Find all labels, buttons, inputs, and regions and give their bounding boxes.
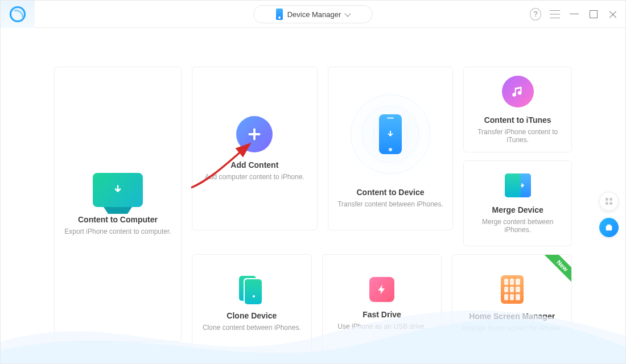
maximize-icon: [590, 10, 598, 18]
card-layout: Content to Computer Export iPhone conten…: [54, 67, 572, 342]
title-bar: Device Manager ?: [1, 1, 625, 28]
monitor-download-icon: [93, 173, 143, 207]
card-home-screen-manager[interactable]: New Home Screen Manager Arrange home scr…: [452, 254, 572, 353]
app-window: Device Manager ? Content to Com: [0, 0, 626, 364]
main-area: Content to Computer Export iPhone conten…: [1, 28, 625, 364]
help-button[interactable]: ?: [530, 9, 541, 20]
right-column: Add Content Add computer content to iPho…: [192, 67, 572, 342]
svg-rect-1: [606, 198, 608, 201]
radar-phone-icon: [345, 89, 436, 180]
svg-rect-2: [609, 198, 612, 201]
stack-itunes-merge: Content to iTunes Transfer iPhone conten…: [463, 67, 572, 246]
close-icon: [608, 10, 617, 19]
svg-rect-4: [609, 202, 612, 205]
toolbox-icon: [604, 223, 613, 232]
card-desc: Use iPhone as an USB drive.: [337, 322, 426, 330]
card-desc: Transfer iPhone content to iTunes.: [472, 128, 563, 144]
plus-circle-icon: [236, 116, 273, 152]
merge-device-icon: [505, 173, 531, 197]
card-merge-device[interactable]: Merge Device Merge content between iPhon…: [463, 160, 572, 246]
svg-rect-3: [606, 202, 608, 205]
itunes-icon: [502, 76, 534, 107]
card-desc: Clone content between iPhones.: [203, 324, 301, 332]
app-logo: [1, 1, 35, 28]
device-dropdown-label: Device Manager: [287, 10, 341, 19]
minimize-button[interactable]: [569, 9, 580, 20]
close-button[interactable]: [607, 9, 619, 20]
card-clone-device[interactable]: Clone Device Clone content between iPhon…: [192, 254, 312, 353]
row-top: Add Content Add computer content to iPho…: [192, 67, 572, 246]
card-desc: Merge content between iPhones.: [472, 218, 563, 234]
fast-drive-icon: [369, 277, 394, 302]
card-add-content[interactable]: Add Content Add computer content to iPho…: [192, 67, 318, 230]
fab-grid-view[interactable]: [599, 192, 619, 211]
device-manager-dropdown[interactable]: Device Manager: [253, 5, 373, 23]
card-content-to-itunes[interactable]: Content to iTunes Transfer iPhone conten…: [463, 67, 572, 152]
card-title: Content to Device: [357, 188, 425, 197]
left-column: Content to Computer Export iPhone conten…: [54, 67, 182, 342]
card-title: Fast Drive: [363, 310, 401, 319]
card-title: Content to Computer: [78, 215, 158, 224]
card-desc: Arrange home screen for iPhone.: [462, 324, 562, 332]
card-content-to-computer[interactable]: Content to Computer Export iPhone conten…: [54, 67, 182, 342]
card-desc: Transfer content between iPhones.: [337, 200, 443, 208]
menu-button[interactable]: [549, 9, 561, 20]
window-controls: ?: [530, 9, 619, 20]
card-title: Clone Device: [226, 311, 277, 320]
app-logo-icon: [9, 6, 26, 23]
home-screen-icon: [501, 275, 524, 304]
card-title: Content to iTunes: [484, 115, 551, 125]
card-fast-drive[interactable]: Fast Drive Use iPhone as an USB drive.: [322, 254, 442, 353]
clone-device-icon: [239, 276, 264, 303]
minimize-icon: [570, 14, 579, 14]
card-desc: Add computer content to iPhone.: [205, 173, 304, 181]
chevron-down-icon: [345, 10, 351, 16]
new-ribbon: New: [542, 254, 572, 286]
help-icon: ?: [530, 8, 541, 20]
card-content-to-device[interactable]: Content to Device Transfer content betwe…: [328, 67, 454, 230]
phone-icon: [276, 9, 283, 20]
card-title: Add Content: [230, 160, 278, 169]
menu-icon: [550, 10, 560, 18]
card-title: Home Screen Manager: [469, 312, 555, 321]
row-bottom: Clone Device Clone content between iPhon…: [192, 254, 572, 353]
card-title: Merge Device: [492, 205, 543, 214]
card-desc: Export iPhone content to computer.: [64, 228, 171, 235]
maximize-button[interactable]: [588, 9, 599, 20]
grid-icon: [604, 197, 613, 206]
fab-toolbox[interactable]: [599, 218, 619, 237]
